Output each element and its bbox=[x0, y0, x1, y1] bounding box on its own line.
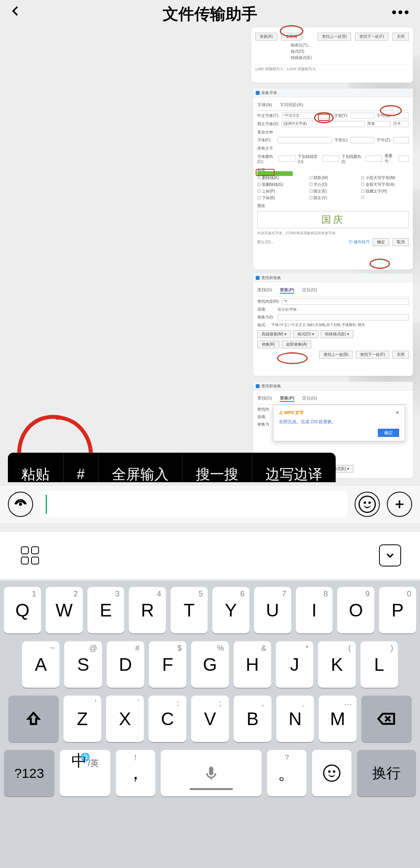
label: 字体(F): bbox=[257, 137, 275, 143]
btn: 替换(R) bbox=[257, 341, 279, 348]
label: 下划线线型(U): bbox=[298, 154, 320, 164]
back-button[interactable] bbox=[9, 5, 22, 19]
key-g[interactable]: %G bbox=[191, 641, 229, 688]
emoji-icon bbox=[359, 496, 376, 513]
key-y[interactable]: 6Y bbox=[212, 587, 249, 633]
context-menu: 粘贴 # 全屏输入 搜一搜 边写边译 bbox=[8, 453, 336, 482]
btn: 查找上一处(B) bbox=[318, 33, 351, 41]
section-label: 复杂文种 bbox=[257, 130, 409, 135]
section-label: 预览 bbox=[257, 203, 409, 209]
key-p[interactable]: 0P bbox=[379, 587, 416, 633]
key-x[interactable]: ’X bbox=[106, 696, 144, 742]
key-n[interactable]: 、N bbox=[276, 696, 314, 742]
key-b[interactable]: ，B bbox=[234, 696, 271, 742]
dialog-title: 查找和替换 bbox=[261, 275, 281, 281]
btn: 查找上一处(B) bbox=[319, 351, 353, 359]
key-k[interactable]: (K bbox=[318, 641, 355, 688]
chat-area: 替换(R) 全部替 查找上一处(B) 查找下一处(F) 关闭 制表位(T)...… bbox=[0, 24, 420, 482]
key-shift[interactable] bbox=[8, 696, 59, 742]
more-button[interactable]: ••• bbox=[392, 4, 411, 20]
key-s[interactable]: @S bbox=[64, 641, 102, 688]
key-q[interactable]: 1Q bbox=[4, 587, 41, 633]
field: 常规 bbox=[367, 121, 391, 127]
plus-button[interactable] bbox=[387, 492, 412, 517]
key-c[interactable]: ：C bbox=[149, 696, 186, 742]
btn: 全部替换(A) bbox=[282, 341, 311, 348]
key-backspace[interactable] bbox=[361, 696, 412, 742]
ok-button: 确定 bbox=[373, 238, 389, 246]
btn: 关闭 bbox=[392, 33, 409, 41]
message-image-1[interactable]: 替换(R) 全部替 查找上一处(B) 查找下一处(F) 关闭 制表位(T)...… bbox=[251, 28, 413, 83]
field: (使用中文字体) bbox=[282, 121, 365, 127]
key-row-3: ‘Z ’X ：C ；V ，B 、N …M bbox=[4, 696, 416, 742]
context-search[interactable]: 搜一搜 bbox=[182, 453, 252, 482]
field: 五号 bbox=[393, 121, 409, 127]
label: 字体颜色(C): bbox=[257, 154, 276, 164]
dialog-title: 替换字体 bbox=[261, 90, 277, 96]
key-e[interactable]: 3E bbox=[87, 587, 125, 633]
keyboard-apps-button[interactable] bbox=[19, 544, 41, 566]
key-i[interactable]: 8I bbox=[296, 587, 333, 633]
text-cursor bbox=[46, 495, 47, 514]
emoji-button[interactable] bbox=[355, 492, 380, 517]
note-text: 尚未安装此字体，打印时将采用最相近的有效字体。 bbox=[257, 231, 409, 236]
voice-toggle-button[interactable] bbox=[8, 492, 33, 517]
tab: 字符间距(R) bbox=[280, 102, 303, 108]
key-t[interactable]: 5T bbox=[171, 587, 208, 633]
message-input[interactable] bbox=[40, 491, 348, 518]
field: +中文正文 bbox=[282, 113, 332, 119]
label: 字形(Y): bbox=[334, 113, 348, 118]
message-image-2[interactable]: 替换字体 字体(N) 字符间距(R) 中文字体(T): +中文正文 字形(Y):… bbox=[253, 89, 413, 270]
color-swatch bbox=[257, 171, 293, 176]
btn: 默认(D)... bbox=[257, 239, 274, 245]
key-o[interactable]: 9O bbox=[337, 587, 374, 633]
key-z[interactable]: ‘Z bbox=[63, 696, 101, 742]
key-m[interactable]: …M bbox=[319, 696, 357, 742]
key-row-4: ?123 🌐 中/英 ！， ？。 换行 bbox=[4, 750, 416, 796]
key-w[interactable]: 2W bbox=[46, 587, 83, 633]
context-fullscreen[interactable]: 全屏输入 bbox=[98, 453, 182, 482]
key-mode-switch[interactable]: ?123 bbox=[4, 750, 54, 796]
key-l[interactable]: )L bbox=[361, 641, 398, 688]
label: 格式(O) bbox=[291, 49, 304, 54]
label: 西文字体(X): bbox=[257, 121, 279, 127]
keyboard-collapse-button[interactable] bbox=[379, 544, 401, 566]
cancel-button: 取消 bbox=[392, 238, 409, 246]
key-language[interactable]: 🌐 中/英 bbox=[60, 750, 110, 796]
mic-icon bbox=[203, 764, 220, 782]
field: ^# bbox=[282, 298, 409, 305]
btn: 查找下一处(F) bbox=[355, 33, 388, 41]
field bbox=[278, 314, 409, 320]
btn: 替换(R) bbox=[255, 33, 277, 41]
label: 字形(L): bbox=[335, 137, 348, 143]
key-u[interactable]: 7U bbox=[254, 587, 291, 633]
tab: 替换(P) bbox=[280, 287, 294, 294]
alert-title: WPS 文字 bbox=[279, 410, 304, 416]
space-indicator bbox=[190, 788, 233, 790]
label: 字号(Z): bbox=[377, 137, 391, 143]
globe-icon: 🌐 bbox=[80, 752, 90, 762]
key-v[interactable]: ；V bbox=[191, 696, 229, 742]
keyboard: 1Q 2W 3E 4R 5T 6Y 7U 8I 9O 0P ~A @S #D $… bbox=[0, 581, 420, 868]
effects-grid: 删除线(K)阴影(W)小型大写字母(M) 双删除线(G)空心(O)全部大写字母(… bbox=[257, 175, 409, 201]
key-h[interactable]: &H bbox=[234, 641, 271, 688]
key-r[interactable]: 4R bbox=[129, 587, 166, 633]
message-image-3[interactable]: 查找和替换 查找(D) 替换(P) 定位(G) 查找内容(N):^# 选项:区分… bbox=[253, 274, 413, 376]
key-d[interactable]: #D bbox=[107, 641, 144, 688]
key-comma[interactable]: ！， bbox=[116, 750, 155, 796]
field bbox=[351, 113, 374, 119]
key-j[interactable]: *J bbox=[276, 641, 313, 688]
context-hash[interactable]: # bbox=[63, 453, 98, 482]
alert-text: 全部完成。完成 220 处替换。 bbox=[279, 419, 399, 425]
key-a[interactable]: ~A bbox=[22, 641, 59, 688]
context-paste[interactable]: 粘贴 bbox=[8, 453, 63, 482]
key-f[interactable]: $F bbox=[149, 641, 186, 688]
key-period[interactable]: ？。 bbox=[267, 750, 307, 796]
key-emoji[interactable] bbox=[312, 750, 351, 796]
key-space[interactable] bbox=[161, 750, 262, 796]
key-return[interactable]: 换行 bbox=[357, 750, 416, 796]
context-translate[interactable]: 边写边译 bbox=[252, 453, 336, 482]
chat-input-bar bbox=[0, 485, 420, 523]
alert-ok-button: 确定 bbox=[378, 429, 399, 437]
chat-title: 文件传输助手 bbox=[163, 3, 257, 25]
